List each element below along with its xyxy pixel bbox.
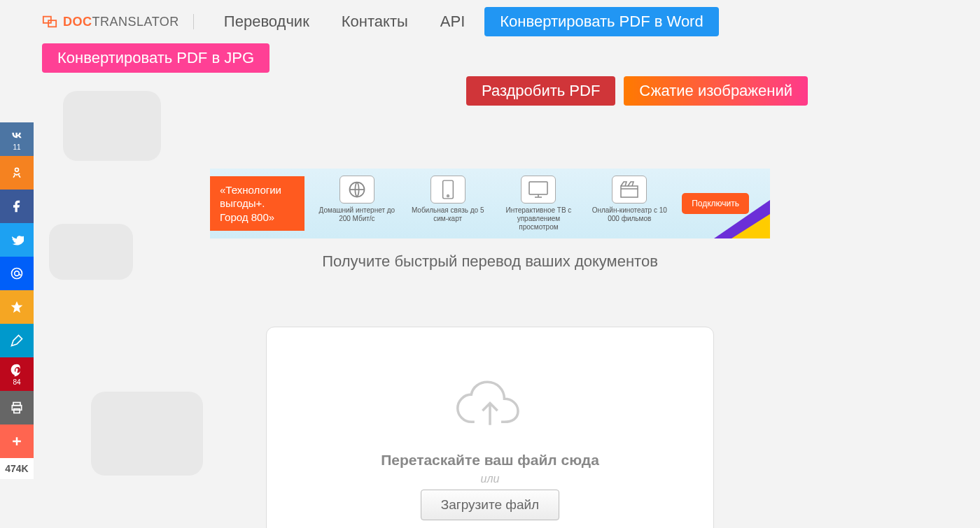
svg-rect-12 (621, 186, 638, 197)
ad-item: Интерактивное ТВ с управлением просмотро… (496, 176, 580, 231)
svg-rect-11 (529, 182, 547, 194)
ad-item: Домашний интернет до 200 Мбит/с (315, 176, 399, 231)
share-pinterest[interactable]: 84 (0, 357, 34, 391)
share-total: 474K (0, 458, 34, 479)
nav-pdf-to-jpg[interactable]: Конвертировать PDF в JPG (42, 43, 270, 73)
share-twitter[interactable] (0, 223, 34, 257)
dropzone-or: или (481, 473, 500, 485)
svg-rect-9 (442, 180, 453, 199)
ad-banner[interactable]: «Технологии выгоды+. Город 800» Домашний… (210, 169, 770, 238)
nav-contacts[interactable]: Контакты (329, 7, 421, 36)
share-more[interactable] (0, 424, 34, 458)
ad-badge: «Технологии выгоды+. Город 800» (210, 176, 304, 231)
social-share-bar: 11 84 474K (0, 122, 34, 479)
share-favorites[interactable] (0, 290, 34, 324)
vk-count: 11 (13, 143, 20, 151)
svg-point-2 (15, 168, 19, 171)
globe-icon (340, 176, 374, 204)
upload-file-button[interactable]: Загрузите файл (421, 490, 559, 520)
ad-decor (732, 214, 770, 238)
svg-point-10 (447, 195, 449, 197)
share-print[interactable] (0, 391, 34, 424)
share-mailru[interactable] (0, 257, 34, 290)
mailru-icon (10, 266, 24, 280)
share-livejournal[interactable] (0, 324, 34, 357)
cloud-upload-icon (451, 378, 528, 434)
nav-split-pdf[interactable]: Раздробить PDF (466, 76, 615, 106)
ok-icon (10, 166, 24, 180)
pinterest-count: 84 (13, 378, 20, 386)
nav-row-2: Раздробить PDF Сжатие изображений (0, 73, 980, 113)
logo-text: DOCTRANSLATOR (63, 15, 179, 29)
svg-point-3 (12, 269, 22, 279)
vk-icon (10, 128, 24, 142)
dropzone-text: Перетаскайте ваш файл сюда (381, 452, 599, 469)
pencil-icon (10, 334, 24, 348)
print-icon (10, 401, 24, 415)
twitter-icon (10, 233, 24, 247)
share-facebook[interactable] (0, 190, 34, 223)
share-ok[interactable] (0, 156, 34, 190)
tv-icon (521, 176, 556, 204)
film-icon (612, 176, 647, 204)
ad-items: Домашний интернет до 200 Мбит/с Мобильна… (304, 176, 682, 231)
nav-pdf-to-word[interactable]: Конвертировать PDF в Word (484, 7, 718, 36)
nav-compress-images[interactable]: Сжатие изображений (624, 76, 808, 106)
star-icon (10, 300, 24, 314)
logo-icon (42, 14, 57, 29)
bg-decor (49, 224, 133, 280)
ad-item: Мобильная связь до 5 сим-карт (406, 176, 490, 231)
logo[interactable]: DOCTRANSLATOR (42, 14, 194, 29)
facebook-icon (10, 199, 24, 213)
file-dropzone[interactable]: Перетаскайте ваш файл сюда или Загрузите… (266, 327, 714, 528)
plus-icon (10, 434, 24, 448)
nav-translator[interactable]: Переводчик (211, 7, 322, 36)
page-subtitle: Получите быстрый перевод ваших документо… (0, 252, 980, 271)
bg-decor (91, 392, 203, 476)
nav-api[interactable]: API (428, 7, 477, 36)
ad-item: Онлайн-кинотеатр с 10 000 фильмов (587, 176, 671, 231)
svg-point-4 (15, 271, 20, 276)
main-nav: DOCTRANSLATOR Переводчик Контакты API Ко… (0, 0, 980, 73)
pinterest-icon (10, 363, 24, 377)
share-vk[interactable]: 11 (0, 122, 34, 156)
sim-icon (430, 176, 465, 204)
